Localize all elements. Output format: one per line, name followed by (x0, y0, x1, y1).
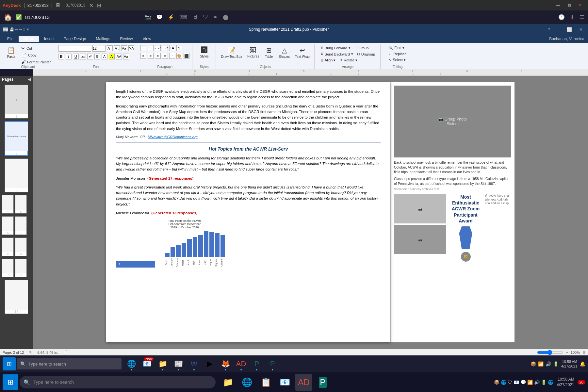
show-marks-button[interactable]: ¶ (176, 45, 182, 51)
select-button[interactable]: ↖ Select ▾ (387, 57, 408, 63)
anydesk-pen-icon[interactable]: ✒ (213, 14, 218, 20)
anydesk-tab-new[interactable]: ⊞ (97, 2, 101, 8)
tab-mailings[interactable]: Mailings (91, 36, 115, 42)
taskbar-firefox-1[interactable]: 🦊 (218, 357, 233, 371)
bring-forward-button[interactable]: ⬆ Bring Forward ▾ (319, 45, 352, 51)
font-grow-button[interactable]: A↑ (107, 45, 113, 51)
font-color-button[interactable]: A (102, 54, 107, 59)
page-thumb-6[interactable]: 6 (2, 216, 14, 235)
styles-button[interactable]: 🅰 Styles (198, 45, 211, 59)
font-clear-button[interactable]: ✕A (128, 45, 134, 51)
network-icon-2[interactable]: 🌐 (501, 380, 506, 385)
font-aa-button[interactable]: Aa (123, 54, 129, 59)
font-shrink-button[interactable]: A↓ (114, 45, 120, 51)
shield-icon-2[interactable]: 🛡 (508, 380, 512, 385)
line-spacing-button[interactable]: ↕ (169, 53, 175, 59)
justify-button[interactable]: ≡ (162, 53, 168, 59)
tab-insert[interactable]: Insert (40, 36, 58, 42)
shapes-button[interactable]: △ Shapes (277, 45, 292, 60)
highlight-button[interactable]: A (109, 54, 115, 59)
align-right-button[interactable]: ≡ (155, 53, 161, 59)
taskbar-edge-1[interactable]: 🌐 (124, 357, 139, 371)
anydesk-chat-icon[interactable]: 💬 (156, 14, 163, 20)
zoom-out-icon[interactable]: — (531, 351, 534, 354)
bullets-button[interactable]: ☰ (140, 45, 146, 51)
tab-review[interactable]: Review (115, 36, 137, 42)
notification-count-2[interactable]: 20 (578, 380, 585, 384)
anydesk-shield-icon[interactable]: 🛡 (203, 14, 208, 20)
anydesk-minimize-button[interactable]: — (552, 2, 563, 8)
taskbar-media-1[interactable]: ▶ (203, 357, 217, 371)
anydesk-menu-icon[interactable]: ☰ (580, 14, 584, 20)
bring-forward-dropdown[interactable]: ▾ (349, 46, 351, 50)
anydesk-keyboard-icon[interactable]: ⌨ (180, 14, 187, 20)
align-button[interactable]: ⊟ Align ▾ (319, 57, 337, 63)
tab-view[interactable]: View (138, 36, 156, 42)
anydesk-screenshot-icon[interactable]: 📷 (144, 14, 151, 20)
taskbar-anydesk-1[interactable]: AD (234, 357, 248, 371)
zoom-slider[interactable] (537, 350, 563, 355)
copy-button[interactable]: 📄 Copy (20, 52, 52, 58)
draw-text-box-button[interactable]: 📝 Draw Text Box (219, 45, 244, 60)
page-thumb-2[interactable]: Newsletter content 2 (5, 121, 28, 156)
anydesk-close-button[interactable]: ✕ (575, 2, 585, 8)
taskbar-spring-1[interactable]: 📰 (171, 357, 186, 371)
taskbar-search-2[interactable]: 🔍 Type here to search (20, 376, 216, 388)
taskbar-search-1[interactable]: 🔍 Type here to search (17, 358, 122, 369)
outlook-icon-2[interactable]: 📧 (514, 380, 519, 385)
bold-button[interactable]: B (58, 54, 64, 59)
send-backward-dropdown[interactable]: ▾ (351, 52, 353, 56)
align-center-button[interactable]: ≡ (148, 53, 154, 59)
pictures-button[interactable]: 🖼 Pictures (245, 45, 261, 59)
page-thumb-10[interactable]: 10 (2, 259, 14, 277)
taskbar-outlook-1[interactable]: 📧 Inbox (140, 357, 154, 371)
pages-panel-toggle[interactable]: ◀ (28, 77, 31, 82)
numbering-button[interactable]: 1. (148, 45, 154, 51)
paste-button[interactable]: 📋 Paste (4, 45, 19, 60)
taskbar-file-explorer-2[interactable]: 📁 (220, 374, 237, 391)
signature-email[interactable]: MNavarre@GRDominicans.org (148, 135, 197, 139)
taskbar-mail-2[interactable]: 📧 (276, 374, 293, 391)
anydesk-tab-close[interactable]: ✕ (89, 2, 93, 8)
replace-button[interactable]: ↔ Replace (387, 51, 408, 57)
page-thumb-1[interactable]: 1 1 (5, 85, 28, 119)
publisher-minimize-button[interactable]: — (553, 26, 562, 33)
page-thumb-4[interactable]: 4 (2, 195, 14, 214)
publisher-help-button[interactable]: ? (548, 27, 550, 32)
zoom-in-icon[interactable]: + (566, 351, 568, 354)
ungroup-button[interactable]: ⊟ Ungroup (356, 51, 376, 57)
tab-home[interactable]: Home (19, 36, 39, 42)
anydesk-download-icon[interactable]: ⬇ (570, 14, 574, 20)
align-left-button[interactable]: ≡ (140, 53, 146, 59)
font-name-dropdown[interactable] (58, 45, 91, 52)
taskbar-pub-1[interactable]: P (250, 357, 264, 371)
battery-icon-1[interactable]: 🔋 (553, 361, 559, 367)
taskbar-tasks-2[interactable]: 📋 (257, 374, 274, 391)
anydesk-check-icon[interactable]: ✅ (15, 14, 22, 20)
taskbar-anydesk-2[interactable]: AD (295, 374, 312, 391)
page-thumb-12[interactable]: 12 (5, 280, 28, 314)
borders-button[interactable]: ⬛ (184, 53, 189, 59)
font-effects-button[interactable]: AV (116, 54, 122, 59)
page-thumb-5[interactable]: 5 (15, 195, 27, 214)
volume-icon-1[interactable]: 🔊 (546, 361, 551, 367)
font-case-button[interactable]: Aa (121, 45, 127, 51)
indent-decrease-button[interactable]: ←↵ (155, 45, 161, 51)
battery-icon-2[interactable]: 🔋 (541, 380, 547, 385)
subscript-button[interactable]: x₂ (80, 54, 86, 59)
fit-page-icon[interactable]: ⊞ (582, 350, 585, 354)
page-thumb-11[interactable]: 11 (15, 259, 27, 277)
page-thumb-3[interactable]: 3 (5, 158, 28, 192)
anydesk-home-icon[interactable]: 🏠 (4, 13, 12, 21)
taskbar-pub3-2[interactable]: P (314, 374, 331, 391)
table-button[interactable]: ⊞ Table (262, 45, 275, 60)
start-button-1[interactable]: ⊞ (3, 357, 16, 370)
send-backward-button[interactable]: ⬇ Send Backward ▾ (319, 51, 354, 57)
italic-button[interactable]: I (66, 54, 72, 59)
skype-icon-2[interactable]: 💬 (520, 380, 526, 385)
anydesk-history-icon[interactable]: 🕐 (558, 14, 565, 20)
superscript-button[interactable]: x² (87, 54, 93, 59)
notification-center-1[interactable]: 🔔 (580, 361, 585, 367)
dropbox-icon-1[interactable]: 📦 (531, 361, 536, 367)
page-thumb-8[interactable]: 8 (2, 237, 14, 256)
